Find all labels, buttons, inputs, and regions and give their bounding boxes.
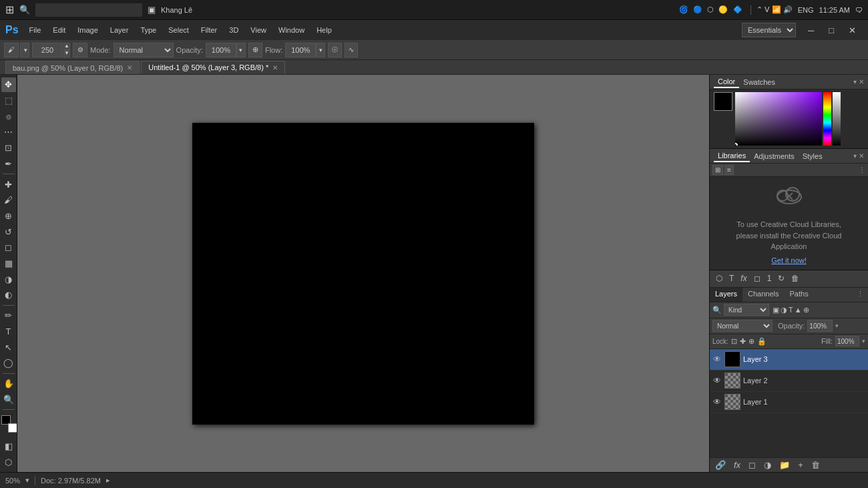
layer-row-3[interactable]: 👁 Layer 3 [710,349,868,371]
delete-layer-btn[interactable]: 🗑 [809,459,823,471]
color-saturation-picker[interactable] [735,92,822,146]
magic-wand-tool[interactable]: ⋯ [1,125,16,140]
libraries-panel-collapse[interactable]: ▾ ✕ [853,152,864,160]
filter-adj-icon[interactable]: ◑ [781,306,787,314]
adjustments-tab[interactable]: Adjustments [750,151,799,162]
menu-window[interactable]: Window [273,23,310,37]
layer-opacity-input[interactable] [807,320,833,332]
menu-help[interactable]: Help [311,23,337,37]
layer3-visibility-toggle[interactable]: 👁 [712,354,722,364]
clone-tool[interactable]: ⊕ [1,209,16,224]
always-use-pressure-btn[interactable]: ⊕ [248,43,262,57]
menu-3d[interactable]: 3D [224,23,244,37]
layer-row-1[interactable]: 👁 Layer 1 [710,392,868,413]
tab-untitled-close[interactable]: ✕ [272,64,278,71]
lasso-tool[interactable]: ⌾ [1,109,16,124]
shape-tool[interactable]: ◯ [1,356,16,371]
library-grid-btn[interactable]: ⊞ [712,165,723,175]
path-select-tool[interactable]: ↖ [1,340,16,354]
library-options[interactable]: ⋮ [859,166,865,174]
eraser-tool[interactable]: ◻ [1,240,16,255]
text-tool[interactable]: T [1,324,16,339]
refresh-adj-icon[interactable]: ↻ [776,272,787,284]
minimize-button[interactable]: ─ [801,23,821,38]
filter-smart-icon[interactable]: ⊕ [803,306,809,314]
lock-artboard-icon[interactable]: ⊕ [748,337,754,346]
mask-adj-icon[interactable]: ◻ [752,272,763,284]
crop-tool[interactable]: ⊡ [1,141,16,156]
menu-select[interactable]: Select [163,23,194,37]
gradient-tool[interactable]: ▦ [1,256,16,271]
filter-shape-icon[interactable]: ▲ [795,306,802,314]
libraries-tab[interactable]: Libraries [714,150,750,162]
move-tool[interactable]: ✥ [1,77,16,92]
num-adj-icon[interactable]: 1 [765,272,774,284]
delete-adj-icon[interactable]: 🗑 [789,272,801,284]
fx-adj-icon[interactable]: fx [738,272,748,284]
pen-tool[interactable]: ✏ [1,308,16,323]
add-style-btn[interactable]: fx [731,459,743,471]
smoothing-btn[interactable]: ∿ [345,43,358,57]
layers-panel-options[interactable]: ⋮ [853,288,868,302]
new-group-btn[interactable]: 📁 [777,459,793,471]
lock-pixels-icon[interactable]: ⊡ [731,337,737,346]
library-list-btn[interactable]: ≡ [724,165,734,175]
opacity-arrow[interactable]: ▾ [236,43,246,57]
menu-view[interactable]: View [245,23,272,37]
color-panel-collapse[interactable]: ▾ ✕ [853,78,864,85]
tab-untitled[interactable]: Untitled-1 @ 50% (Layer 3, RGB/8) * ✕ [141,61,285,74]
menu-layer[interactable]: Layer [105,23,134,37]
history-brush-tool[interactable]: ↺ [1,224,16,239]
dodge-tool[interactable]: ◐ [1,288,16,302]
menu-edit[interactable]: Edit [47,23,71,37]
lock-all-icon[interactable]: 🔒 [757,337,767,346]
mode-select[interactable]: Normal Dissolve Multiply [114,43,174,57]
layers-tab-layers[interactable]: Layers [710,288,742,302]
brush-preset-picker[interactable]: 🖌 [4,43,19,57]
get-it-now-link[interactable]: Get it now! [771,256,807,264]
background-color[interactable] [8,423,17,433]
new-fill-adj-layer-icon[interactable]: ⬡ [714,272,724,284]
filter-pixel-icon[interactable]: ▣ [773,306,779,314]
tab-bau-close[interactable]: ✕ [127,64,132,71]
add-mask-btn[interactable]: ◻ [746,459,758,471]
brush-settings-btn[interactable]: ⚙ [73,43,87,57]
brush-size-input[interactable]: 250 [32,43,63,57]
lock-position-icon[interactable]: ✚ [740,337,746,346]
color-panel-tab[interactable]: Color [714,76,739,88]
opacity-arrow[interactable]: ▾ [835,322,839,329]
flow-arrow[interactable]: ▾ [316,43,325,57]
filter-kind-select[interactable]: Kind [724,304,769,316]
screen-mode-tool[interactable]: ⬡ [1,455,16,469]
rect-select-tool[interactable]: ⬚ [1,93,16,108]
size-up-btn[interactable]: ▲ [63,43,70,50]
layer-row-2[interactable]: 👁 Layer 2 [710,371,868,392]
menu-image[interactable]: Image [72,23,103,37]
size-down-btn[interactable]: ▼ [63,50,70,57]
maximize-button[interactable]: □ [822,23,841,38]
opacity-input[interactable] [206,43,236,57]
color-swatches[interactable] [1,415,16,430]
active-color-swatch[interactable] [714,92,732,111]
new-fill-adj-btn[interactable]: ◑ [761,459,774,471]
blend-mode-select[interactable]: Normal Dissolve Multiply [712,320,773,332]
workspace-selector[interactable]: Essentials [742,23,796,37]
menu-filter[interactable]: Filter [196,23,222,37]
flow-input[interactable] [285,43,316,57]
doc-arrow[interactable]: ▸ [106,476,110,485]
layers-tab-channels[interactable]: Channels [742,288,784,302]
layers-tab-paths[interactable]: Paths [785,288,814,302]
zoom-tool[interactable]: 🔍 [1,392,16,407]
layer2-visibility-toggle[interactable]: 👁 [712,376,722,385]
eyedropper-tool[interactable]: ✒ [1,157,16,172]
enable-airbrush-btn[interactable]: ⦾ [328,43,342,57]
swatches-panel-tab[interactable]: Swatches [739,77,779,87]
menu-type[interactable]: Type [135,23,162,37]
blur-tool[interactable]: ◑ [1,272,16,286]
white-black-slider[interactable] [833,92,841,146]
filter-type-icon[interactable]: T [789,306,793,314]
styles-tab[interactable]: Styles [799,151,827,162]
zoom-arrow[interactable]: ▾ [25,476,29,485]
tab-bau[interactable]: bau.png @ 50% (Layer 0, RGB/8) ✕ [5,61,140,74]
brush-arrow[interactable]: ▾ [20,43,29,57]
